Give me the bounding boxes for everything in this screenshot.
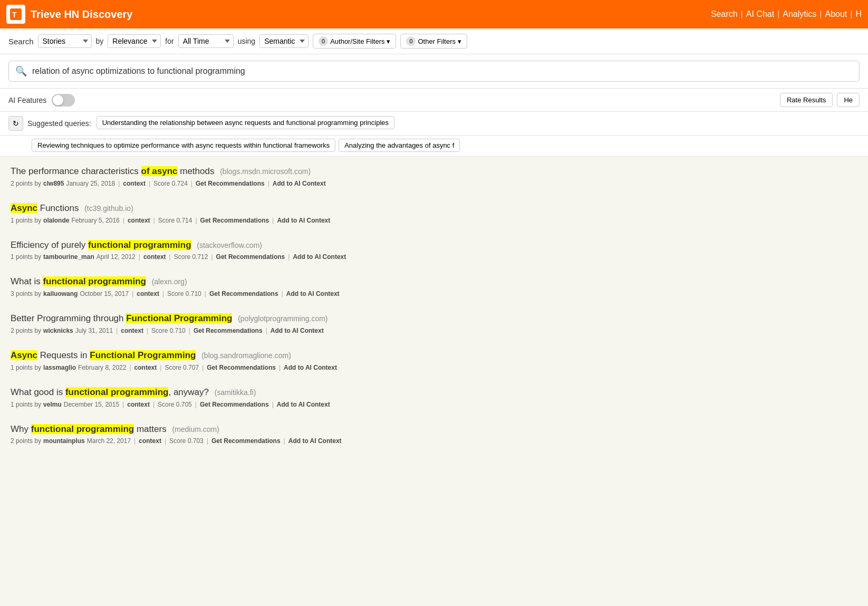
ai-features-toggle[interactable]: [52, 94, 75, 107]
result-author[interactable]: mountainplus: [43, 437, 85, 445]
add-to-ai-context-link[interactable]: Add to AI Context: [284, 364, 337, 371]
nav-extra[interactable]: H: [855, 9, 862, 19]
result-title: Efficiency of purely functional programm…: [11, 239, 622, 252]
time-select[interactable]: All Time Past 24h Past Week Past Month P…: [178, 34, 234, 48]
context-link[interactable]: context: [137, 290, 159, 297]
result-author[interactable]: velmu: [43, 401, 62, 408]
result-author[interactable]: clw895: [43, 180, 64, 187]
result-title-highlight: functional programming: [31, 424, 134, 434]
get-recommendations-link[interactable]: Get Recommendations: [211, 437, 281, 445]
search-input[interactable]: [32, 66, 853, 76]
result-title-after: methods: [178, 166, 215, 176]
context-link[interactable]: context: [128, 217, 150, 224]
result-author[interactable]: kailuowang: [43, 290, 78, 297]
header-left: T Trieve HN Discovery: [6, 5, 132, 24]
result-domain: (blog.sandromaglione.com): [201, 351, 291, 360]
get-recommendations-link[interactable]: Get Recommendations: [200, 217, 269, 224]
result-title: The performance characteristics of async…: [11, 165, 622, 178]
ai-features-row: AI Features Rate Results He: [0, 89, 868, 112]
suggested-query-2[interactable]: Analyzing the advantages of async f: [339, 139, 460, 152]
help-button[interactable]: He: [837, 93, 860, 107]
rate-results-button[interactable]: Rate Results: [780, 93, 833, 107]
result-title-after: , anyway?: [168, 387, 209, 397]
nav-search[interactable]: Search: [711, 9, 738, 19]
result-domain: (blogs.msdn.microsoft.com): [220, 167, 311, 176]
result-title-before: The performance characteristics: [11, 166, 141, 176]
context-link[interactable]: context: [121, 327, 143, 334]
method-select[interactable]: Semantic Full Text Hybrid BM25: [259, 34, 308, 48]
context-link[interactable]: context: [143, 253, 166, 261]
result-meta: 2 points by mountainplus March 22, 2017 …: [11, 437, 622, 445]
result-meta: 1 points by velmu December 15, 2015 | co…: [11, 401, 622, 408]
suggested-label-group: ↻ Suggested queries:: [8, 116, 91, 131]
get-recommendations-link[interactable]: Get Recommendations: [194, 327, 263, 334]
other-filter-button[interactable]: 0 Other Filters ▾: [400, 34, 467, 49]
add-to-ai-context-link[interactable]: Add to AI Context: [277, 217, 330, 224]
result-title-before: Efficiency of purely: [11, 240, 88, 250]
by-label: by: [96, 37, 104, 45]
suggested-label: Suggested queries:: [27, 119, 91, 128]
result-meta: 2 points by wicknicks July 31, 2011 | co…: [11, 327, 622, 334]
get-recommendations-link[interactable]: Get Recommendations: [196, 180, 265, 187]
result-author[interactable]: olalonde: [43, 217, 69, 224]
add-to-ai-context-link[interactable]: Add to AI Context: [288, 437, 342, 445]
author-filter-chevron-icon: ▾: [387, 37, 390, 45]
svg-text:T: T: [12, 11, 17, 19]
search-box-area: 🔍: [0, 54, 868, 89]
author-filter-label: Author/Site Filters: [330, 37, 384, 45]
app-title: Trieve HN Discovery: [31, 8, 132, 21]
ai-features-right: Rate Results He: [780, 93, 860, 107]
result-item: The performance characteristics of async…: [11, 165, 622, 187]
result-title: Async Functions (tc39.github.io): [11, 202, 622, 215]
suggested-query-0[interactable]: Understanding the relationship between a…: [97, 116, 394, 129]
suggested-query-1[interactable]: Reviewing techniques to optimize perform…: [32, 139, 335, 152]
result-title-highlight: of async: [141, 166, 178, 176]
other-filter-count: 0: [406, 36, 416, 46]
result-title-highlight: functional programming: [43, 276, 146, 286]
context-link[interactable]: context: [139, 437, 161, 445]
nav-analytics[interactable]: Analytics: [783, 9, 816, 19]
context-link[interactable]: context: [134, 364, 157, 371]
get-recommendations-link[interactable]: Get Recommendations: [207, 364, 276, 371]
result-author[interactable]: lassmaglio: [43, 364, 76, 371]
suggested-queries-row2: Reviewing techniques to optimize perform…: [0, 136, 868, 157]
header: T Trieve HN Discovery Search | AI Chat |…: [0, 0, 868, 28]
get-recommendations-link[interactable]: Get Recommendations: [200, 401, 269, 408]
add-to-ai-context-link[interactable]: Add to AI Context: [271, 327, 324, 334]
get-recommendations-link[interactable]: Get Recommendations: [216, 253, 285, 261]
result-domain: (polyglotprogramming.com): [238, 314, 327, 323]
result-author[interactable]: wicknicks: [43, 327, 73, 334]
result-item: Async Requests in Functional Programming…: [11, 349, 622, 371]
result-author[interactable]: tambourine_man: [43, 253, 94, 261]
nav-ai-chat[interactable]: AI Chat: [746, 9, 774, 19]
result-meta: 3 points by kailuowang October 15, 2017 …: [11, 290, 622, 297]
result-title-before: Better Programming through: [11, 313, 126, 323]
result-title-highlight-2: Functional Programming: [90, 350, 196, 360]
other-filter-chevron-icon: ▾: [458, 37, 461, 45]
header-nav: Search | AI Chat | Analytics | About | H: [711, 9, 862, 19]
result-domain: (alexn.org): [152, 277, 187, 286]
add-to-ai-context-link[interactable]: Add to AI Context: [293, 253, 346, 261]
search-input-wrapper: 🔍: [8, 61, 860, 82]
result-meta: 1 points by olalonde February 5, 2016 | …: [11, 217, 622, 224]
result-item: Efficiency of purely functional programm…: [11, 239, 622, 261]
author-filter-button[interactable]: 0 Author/Site Filters ▾: [313, 34, 396, 49]
suggested-queries-container: Understanding the relationship between a…: [97, 116, 860, 129]
toggle-knob: [53, 95, 63, 105]
result-title-before: What good is: [11, 387, 65, 397]
result-title: Why functional programming matters (medi…: [11, 423, 622, 436]
result-title: Better Programming through Functional Pr…: [11, 312, 622, 325]
context-link[interactable]: context: [127, 401, 150, 408]
refresh-suggestions-button[interactable]: ↻: [8, 116, 23, 131]
result-item: Async Functions (tc39.github.io) 1 point…: [11, 202, 622, 224]
sort-select[interactable]: Relevance Date Points: [108, 34, 161, 48]
other-filter-label: Other Filters: [418, 37, 456, 45]
get-recommendations-link[interactable]: Get Recommendations: [209, 290, 278, 297]
result-title-highlight: Async: [11, 350, 37, 360]
add-to-ai-context-link[interactable]: Add to AI Context: [277, 401, 330, 408]
type-select[interactable]: Stories Comments Ask HN Show HN Jobs: [38, 34, 92, 48]
add-to-ai-context-link[interactable]: Add to AI Context: [286, 290, 340, 297]
context-link[interactable]: context: [123, 180, 146, 187]
add-to-ai-context-link[interactable]: Add to AI Context: [273, 180, 326, 187]
nav-about[interactable]: About: [825, 9, 847, 19]
